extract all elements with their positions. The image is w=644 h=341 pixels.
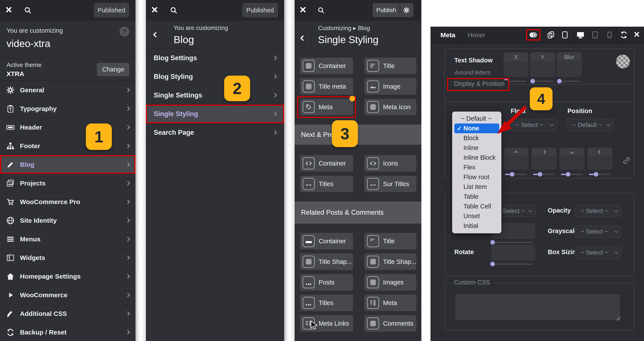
copy-style-button[interactable] [547,31,555,39]
device-phone-button[interactable] [606,31,614,39]
position-select[interactable]: ~ Default ~ [566,119,614,131]
offset-bottom-input[interactable] [560,148,584,169]
offset-left-input[interactable] [588,148,612,169]
offset-bottom-slider[interactable] [561,174,583,175]
device-tablet-button[interactable] [591,31,599,39]
search-button[interactable] [164,0,184,20]
search-button[interactable] [18,0,38,20]
menu-item-blog-styling[interactable]: Blog Styling [146,67,284,86]
tab-hover[interactable]: Hover [468,27,485,43]
dropdown-option-flow-root[interactable]: Flow root [452,172,501,182]
style-button-rel-meta-links[interactable]: Meta Links [300,315,353,332]
sidebar-item-general[interactable]: General [0,81,136,99]
style-button-meta[interactable]: Meta [300,99,353,115]
style-button-title-meta[interactable]: Title meta [300,78,353,95]
slider-knob[interactable] [557,79,562,83]
style-button-rel-container[interactable]: Container [300,233,353,249]
dropdown-option-table-cell[interactable]: Table Cell [452,202,501,211]
search-button[interactable] [312,0,330,20]
offset-top-slider[interactable] [505,174,527,175]
dropdown-option-flex[interactable]: Flex [452,162,501,172]
style-button-container[interactable]: Container [300,58,353,74]
close-button[interactable]: × [294,0,312,20]
dropdown-option-table[interactable]: Table [452,192,501,202]
text-shadow-x-input[interactable]: X [504,52,528,77]
style-button-np-sur-titles[interactable]: Sur Titles [364,176,416,192]
style-button-rel-posts[interactable]: Posts [300,274,353,291]
text-shadow-blur-slider[interactable] [558,81,580,82]
dropdown-option-block[interactable]: Block [452,133,501,143]
publish-button[interactable]: Publish [373,3,400,17]
box-sizing-select[interactable]: ~ Select ~ [575,246,621,259]
sidebar-item-additional-css[interactable]: Additional CSS [0,304,136,323]
float-select[interactable]: ~ Select ~ [510,119,557,131]
opacity-select[interactable]: ~ Select ~ [575,205,621,217]
slider-knob[interactable] [510,172,514,177]
style-button-rel-images[interactable]: Images [364,274,416,291]
text-shadow-y-slider[interactable] [532,81,554,82]
menu-item-single-settings[interactable]: Single Settings [146,86,284,105]
reset-button[interactable] [620,31,628,39]
blur-slider[interactable] [492,242,533,243]
sidebar-item-woocommerce[interactable]: WooCommerce [0,286,136,304]
tab-meta[interactable]: Meta [440,27,455,43]
sidebar-item-menus[interactable]: Menus [0,230,136,248]
offset-right-input[interactable] [532,148,556,169]
sidebar-item-header[interactable]: Header [0,118,136,136]
dropdown-option-unset[interactable]: Unset [452,211,501,221]
help-button[interactable]: ? [120,27,130,37]
close-panel-button[interactable]: × [634,30,640,39]
sidebar-item-backup-reset[interactable]: Backup / Reset [0,323,136,341]
device-desktop-button[interactable] [576,31,585,39]
slider-knob[interactable] [530,79,535,83]
style-button-rel-title[interactable]: Title [364,233,416,249]
style-button-meta-icon[interactable]: Meta Icon [364,99,416,115]
style-button-rel-comments[interactable]: Comments [364,315,416,332]
style-button-rel-title-shape-2[interactable]: Title Shap... [364,254,416,270]
style-button-np-icons[interactable]: Icons [364,155,416,172]
slider-knob[interactable] [490,262,495,266]
back-button[interactable] [294,20,312,56]
menu-item-search-page[interactable]: Search Page [146,123,284,142]
style-button-image[interactable]: Image [364,78,416,95]
settings-button[interactable] [400,3,413,17]
style-button-rel-title-shape-1[interactable]: Title Shap... [300,254,353,270]
style-button-rel-meta[interactable]: Meta [364,295,416,311]
dropdown-option-default[interactable]: ~ Default ~ [452,114,501,123]
slider-knob[interactable] [566,172,570,177]
style-button-rel-titles[interactable]: Titles [300,295,353,311]
dropdown-option-inline[interactable]: Inline [452,143,501,153]
dropdown-option-initial[interactable]: Initial [452,221,501,231]
change-theme-button[interactable]: Change [97,63,130,76]
offset-top-input[interactable] [504,148,528,169]
resize-handle[interactable] [616,316,620,321]
paste-style-button[interactable] [561,31,569,39]
rotate-input[interactable] [492,245,535,260]
style-button-title[interactable]: Title [364,58,416,74]
published-button[interactable]: Published [94,3,129,17]
slider-knob[interactable] [490,240,495,245]
text-shadow-blur-input[interactable]: Blur [557,52,582,77]
back-button[interactable] [146,20,166,48]
sidebar-item-footer[interactable]: Footer [0,136,136,155]
link-values-button[interactable] [622,156,631,165]
dropdown-option-list-item[interactable]: List item [452,182,501,192]
sidebar-item-site-identity[interactable]: Site Identity [0,211,136,230]
close-button[interactable]: × [0,0,18,20]
text-shadow-x-slider[interactable] [505,81,527,82]
grayscale-select[interactable]: ~ Select ~ [575,225,621,238]
sidebar-item-projects[interactable]: Projects [0,174,136,192]
shadow-color-swatch[interactable] [616,55,630,68]
visibility-toggle[interactable] [526,29,540,40]
text-shadow-y-input[interactable]: Y [530,52,555,77]
sidebar-item-typography[interactable]: Typography [0,99,136,118]
dropdown-option-none[interactable]: ✓ None [454,123,499,133]
offset-right-slider[interactable] [533,174,555,175]
offset-left-slider[interactable] [589,174,610,175]
sidebar-item-blog[interactable]: Blog [0,155,136,174]
style-button-np-container[interactable]: Container [300,155,353,172]
published-button[interactable]: Published [242,3,278,17]
close-button[interactable]: × [146,0,164,20]
slider-knob[interactable] [594,172,598,177]
slider-knob[interactable] [538,172,542,177]
